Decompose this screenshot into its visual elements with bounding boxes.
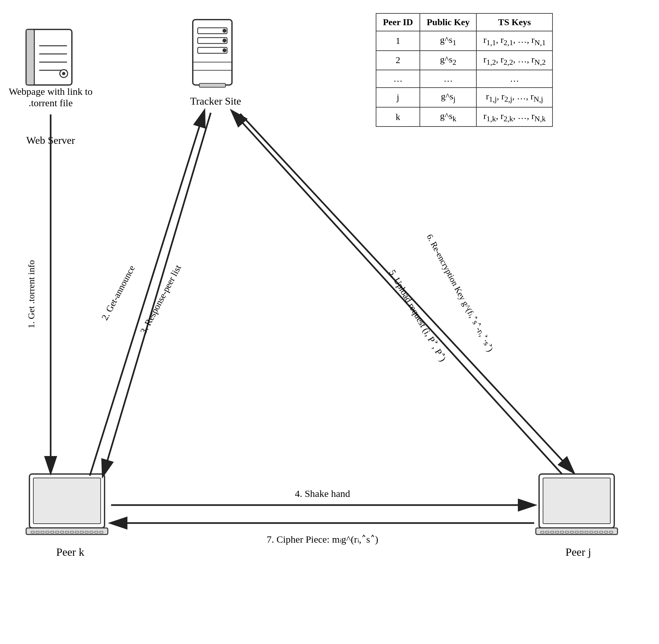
svg-rect-39	[543, 478, 610, 524]
cell-peer-id: …	[376, 70, 420, 88]
web-server-label: Web Server	[26, 134, 75, 146]
arrow3-label: 3. Response-peer list	[138, 263, 183, 336]
svg-rect-40	[536, 528, 617, 534]
col-header-peer-id: Peer ID	[376, 14, 420, 31]
svg-rect-52	[595, 531, 598, 533]
cell-ts-keys: …	[476, 70, 552, 88]
arrow2-line	[90, 111, 204, 476]
svg-rect-27	[51, 531, 54, 533]
svg-point-16	[222, 48, 227, 52]
arrow4-label: 4. Shake hand	[295, 488, 350, 499]
svg-rect-26	[46, 531, 49, 533]
svg-rect-46	[565, 531, 568, 533]
table-row: 2 g^s2 r1,2, r2,2, …, rN,2	[376, 51, 552, 70]
svg-rect-41	[541, 531, 544, 533]
svg-point-9	[62, 72, 65, 75]
svg-rect-48	[575, 531, 578, 533]
svg-rect-19	[199, 83, 226, 87]
tracker-site-icon	[193, 20, 232, 87]
svg-rect-24	[36, 531, 39, 533]
cell-peer-id: 1	[376, 31, 420, 51]
svg-rect-11	[198, 28, 227, 34]
peer-info-table: Peer ID Public Key TS Keys 1 g^s1 r1,1, …	[376, 13, 553, 127]
svg-point-14	[222, 39, 227, 43]
col-header-ts-keys: TS Keys	[476, 14, 552, 31]
arrow3-line	[103, 113, 211, 476]
svg-rect-45	[560, 531, 564, 533]
svg-point-12	[222, 29, 227, 33]
peer-k-icon	[26, 474, 108, 534]
web-server-title-line1: Webpage with link to	[9, 86, 93, 97]
svg-rect-54	[605, 531, 608, 533]
svg-rect-22	[26, 528, 108, 534]
peer-j-label: Peer j	[566, 546, 591, 558]
svg-rect-44	[556, 531, 559, 533]
svg-rect-32	[75, 531, 78, 533]
svg-rect-35	[90, 531, 93, 533]
svg-rect-47	[570, 531, 573, 533]
svg-rect-55	[609, 531, 613, 533]
cell-peer-id: j	[376, 88, 420, 107]
svg-rect-31	[70, 531, 73, 533]
svg-point-8	[60, 70, 68, 77]
cell-ts-keys: r1,1, r2,1, …, rN,1	[476, 31, 552, 51]
svg-rect-3	[26, 29, 34, 85]
cell-public-key: …	[420, 70, 476, 88]
peer-k-label: Peer k	[56, 546, 84, 558]
table-row: 1 g^s1 r1,1, r2,1, …, rN,1	[376, 31, 552, 51]
main-diagram-svg: Webpage with link to .torrent file Web S…	[0, 0, 659, 644]
cell-public-key: g^s1	[420, 31, 476, 51]
svg-rect-51	[590, 531, 593, 533]
svg-rect-38	[539, 474, 614, 528]
diagram-container: Peer ID Public Key TS Keys 1 g^s1 r1,1, …	[0, 0, 659, 644]
cell-ts-keys: r1,2, r2,2, …, rN,2	[476, 51, 552, 70]
table-row: j g^sj r1,j, r2,j, …, rN,j	[376, 88, 552, 107]
arrow5-label: 5. Upload request (i, P˃, P˄)	[387, 268, 448, 363]
svg-rect-33	[80, 531, 83, 533]
cell-peer-id: 2	[376, 51, 420, 70]
svg-rect-2	[26, 29, 72, 85]
svg-rect-34	[85, 531, 88, 533]
arrow5-line	[232, 111, 562, 474]
svg-rect-43	[550, 531, 554, 533]
svg-rect-42	[546, 531, 549, 533]
arrow1-label: 1. Get .torrent info	[26, 260, 36, 328]
svg-rect-36	[95, 531, 98, 533]
cell-public-key: g^sk	[420, 107, 476, 127]
svg-rect-20	[29, 474, 104, 528]
web-server-icon	[26, 29, 72, 85]
tracker-label: Tracker Site	[190, 95, 241, 107]
cell-public-key: g^sj	[420, 88, 476, 107]
svg-rect-13	[198, 38, 227, 44]
svg-rect-30	[65, 531, 69, 533]
table-row: k g^sk r1,k, r2,k, …, rN,k	[376, 107, 552, 127]
cell-ts-keys: r1,j, r2,j, …, rN,j	[476, 88, 552, 107]
svg-rect-21	[33, 478, 101, 524]
web-server-title-line2: .torrent file	[29, 97, 73, 108]
arrow6-line	[240, 114, 573, 473]
svg-rect-37	[100, 531, 103, 533]
cell-peer-id: k	[376, 107, 420, 127]
cell-ts-keys: r1,k, r2,k, …, rN,k	[476, 107, 552, 127]
svg-rect-25	[41, 531, 44, 533]
svg-rect-23	[31, 531, 34, 533]
peer-j-icon	[536, 474, 617, 534]
svg-rect-10	[193, 20, 232, 85]
svg-rect-28	[55, 531, 59, 533]
col-header-public-key: Public Key	[420, 14, 476, 31]
arrow2-label: 2. Get-announce	[99, 264, 137, 322]
svg-rect-53	[599, 531, 603, 533]
arrow6-label: 6. Re-encryption Key g^(fᵢ,˄s˄-rᵢ,˃⋅s˃)	[425, 232, 495, 353]
svg-rect-50	[585, 531, 588, 533]
arrow7-label: 7. Cipher Piece: mᵢg^(rᵢ,˄s˄)	[266, 534, 378, 545]
svg-rect-15	[198, 47, 227, 53]
svg-rect-49	[580, 531, 583, 533]
table-row: … … …	[376, 70, 552, 88]
svg-rect-29	[61, 531, 64, 533]
cell-public-key: g^s2	[420, 51, 476, 70]
